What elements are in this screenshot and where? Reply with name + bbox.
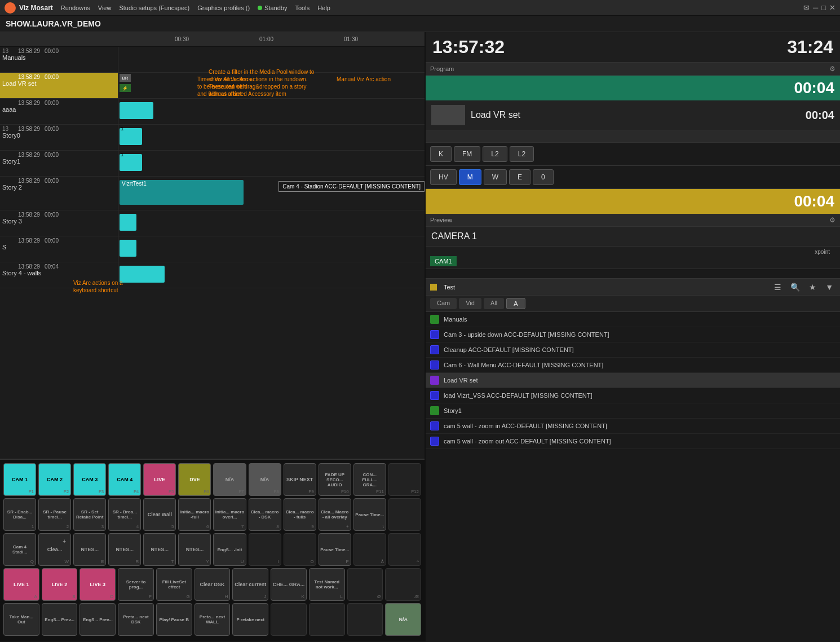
menu-help[interactable]: Help — [317, 5, 330, 11]
key-play-pause-b[interactable]: Play/ Pause B — [156, 603, 192, 636]
pool-search-icon[interactable]: 🔍 — [788, 282, 802, 293]
key-p-retake-next[interactable]: P retake next — [232, 603, 268, 636]
list-item[interactable]: Story1 — [426, 403, 840, 419]
key-live[interactable]: LIVE F5 — [143, 463, 176, 496]
key-na-f8[interactable]: N/A F8 — [249, 463, 281, 496]
key-na-f7[interactable]: N/A F7 — [213, 463, 246, 496]
key-con-full[interactable]: CON... FULL... GRA... F11 — [353, 463, 386, 496]
key-pause-p[interactable]: Pause Time... P — [319, 533, 351, 566]
list-item[interactable]: Cam 3 - upside down ACC-DEFAULT [MISSING… — [426, 327, 840, 342]
menu-rundowns[interactable]: Rundowns — [61, 5, 90, 11]
key-sr-pause[interactable]: SR - Pause timel... 2 — [38, 498, 71, 531]
program-section: Program ⚙ 00:04 Load VR set 00:04 — [426, 63, 840, 143]
app-logo — [5, 2, 16, 14]
key-pause-time-plus[interactable]: Pause Time... \ — [353, 498, 386, 531]
key-take-man[interactable]: Take Man... Out — [3, 603, 39, 636]
key-cam3[interactable]: CAM 3 F3 — [73, 463, 106, 496]
key-live3[interactable]: LIVE 3 D — [79, 568, 116, 601]
row-timeline — [118, 236, 425, 262]
key-cam4[interactable]: CAM 4 F4 — [108, 463, 141, 496]
key-o: O — [284, 533, 316, 566]
media-pool-header: Test ☰ 🔍 ★ ▼ — [426, 279, 840, 296]
key-ntes-r[interactable]: NTES... R — [108, 533, 141, 566]
key-oe: Ø — [347, 568, 383, 601]
key-fade-up[interactable]: FADE UP SECO... AUDIO F10 — [319, 463, 351, 496]
key-engs-prev-x[interactable]: EngS... Prev... — [42, 603, 78, 636]
menu-view[interactable]: View — [98, 5, 112, 11]
key-clear-current-w[interactable]: Clea... + W — [38, 533, 71, 566]
key-server-prog[interactable]: Server to prog... F — [118, 568, 154, 601]
key-preta-next-wall[interactable]: Preta... next WALL — [194, 603, 231, 636]
key-skip-next[interactable]: SKIP NEXT F9 — [284, 463, 316, 496]
story-block — [120, 214, 136, 231]
list-item[interactable]: Manuals — [426, 312, 840, 327]
key-sr-retake[interactable]: SR - Set Retake Point 3 — [73, 498, 106, 531]
story-block-cyan — [120, 102, 153, 119]
menu-tools[interactable]: Tools — [295, 5, 310, 11]
key-cam2[interactable]: CAM 2 F2 — [38, 463, 71, 496]
key-clea-dsk[interactable]: Clea... macro - DSK 8 — [249, 498, 281, 531]
list-item[interactable]: cam 5 wall - zoom out ACC-DEFAULT [MISSI… — [426, 434, 840, 449]
key-ntes-y[interactable]: NTES... Y — [178, 533, 211, 566]
row-meta: 13 13:58:29 00:00 Manuals — [0, 47, 118, 72]
key-preta-next-dsk[interactable]: Preta... next DSK — [118, 603, 154, 636]
menu-bar: Rundowns View Studio setups (Funcspec) G… — [61, 5, 797, 11]
key-ntes-t[interactable]: NTES... T — [143, 533, 176, 566]
list-item[interactable]: Cam 6 - Wall Menu ACC-DEFAULT [MISSING C… — [426, 358, 840, 373]
close-button[interactable]: ✕ — [829, 3, 835, 12]
pool-color-indicator — [430, 284, 437, 291]
key-live2[interactable]: LIVE 2 S — [42, 568, 78, 601]
tab-cam[interactable]: Cam — [430, 298, 457, 309]
tab-all[interactable]: All — [484, 298, 504, 309]
pool-star-icon[interactable]: ★ — [807, 282, 819, 293]
btn-l2-2[interactable]: L2 — [510, 146, 534, 162]
minimize-button[interactable]: ─ — [813, 3, 818, 12]
menu-studio-setups[interactable]: Studio setups (Funcspec) — [119, 5, 189, 11]
key-ntes-e[interactable]: NTES... E — [73, 533, 106, 566]
key-clear-wall[interactable]: Clear Wall 5 — [143, 498, 176, 531]
key-engs-init[interactable]: EngS... -Init U — [213, 533, 246, 566]
media-item-text: Manuals — [444, 316, 467, 323]
key-sr-broa[interactable]: SR - Broa... timel... 4 — [108, 498, 141, 531]
btn-w[interactable]: W — [484, 169, 507, 185]
btn-0[interactable]: 0 — [533, 169, 554, 185]
key-test-named[interactable]: Test Named not work... L — [309, 568, 345, 601]
tab-vid[interactable]: Vid — [459, 298, 481, 309]
list-item[interactable]: load Vizrt_VSS ACC-DEFAULT [MISSING CONT… — [426, 388, 840, 403]
btn-m[interactable]: M — [459, 169, 481, 185]
btn-l2-1[interactable]: L2 — [483, 146, 507, 162]
timeline-mark-100: 01:00 — [259, 36, 273, 42]
key-initia-overl[interactable]: Initia... macro overl... 7 — [213, 498, 246, 531]
key-live1[interactable]: LIVE 1 A — [3, 568, 39, 601]
menu-graphics-profiles[interactable]: Graphics profiles () — [197, 5, 250, 11]
key-sr-enable[interactable]: SR - Enab... Disa... 1 — [3, 498, 36, 531]
preview-gear-icon[interactable]: ⚙ — [829, 216, 835, 224]
btn-e[interactable]: E — [509, 169, 530, 185]
list-item[interactable]: Load VR set — [426, 373, 840, 388]
key-clear-current[interactable]: Clear current J — [232, 568, 268, 601]
key-na-last[interactable]: N/A — [385, 603, 421, 636]
btn-fm[interactable]: FM — [454, 146, 480, 162]
key-clear-dsk[interactable]: Clear DSK H — [194, 568, 231, 601]
key-engs-prev-c[interactable]: EngS... Prev... — [79, 603, 116, 636]
table-row: 13:58:29 00:04 Story 4 - walls Viz Arc a… — [0, 262, 425, 288]
key-cam4-stadi[interactable]: Cam 4 Stadi... Q — [3, 533, 36, 566]
key-clea-fulls[interactable]: Clea... macro - fulls 9 — [284, 498, 316, 531]
key-f12[interactable]: F12 — [388, 463, 421, 496]
tab-a[interactable]: A — [506, 298, 525, 309]
key-fill-liveset[interactable]: Fill LiveSet effect G — [156, 568, 192, 601]
key-dve[interactable]: DVE F6 — [178, 463, 211, 496]
key-clea-all[interactable]: Clea... Macro - all overlay + — [319, 498, 351, 531]
key-initia-full[interactable]: Initia... macro -full 6 — [178, 498, 211, 531]
key-caret: ^ — [388, 533, 421, 566]
program-gear-icon[interactable]: ⚙ — [829, 65, 835, 73]
btn-hv[interactable]: HV — [430, 169, 457, 185]
maximize-button[interactable]: □ — [821, 3, 826, 12]
pool-filter-icon[interactable]: ▼ — [823, 282, 835, 293]
list-item[interactable]: Cleanup ACC-DEFAULT [MISSING CONTENT] — [426, 342, 840, 358]
list-item[interactable]: cam 5 wall - zoom in ACC-DEFAULT [MISSIN… — [426, 419, 840, 434]
key-che-gra[interactable]: CHE... GRA... K — [271, 568, 307, 601]
pool-list-icon[interactable]: ☰ — [772, 282, 784, 293]
btn-k[interactable]: K — [430, 146, 452, 162]
key-cam1[interactable]: CAM 1 F1 — [3, 463, 36, 496]
